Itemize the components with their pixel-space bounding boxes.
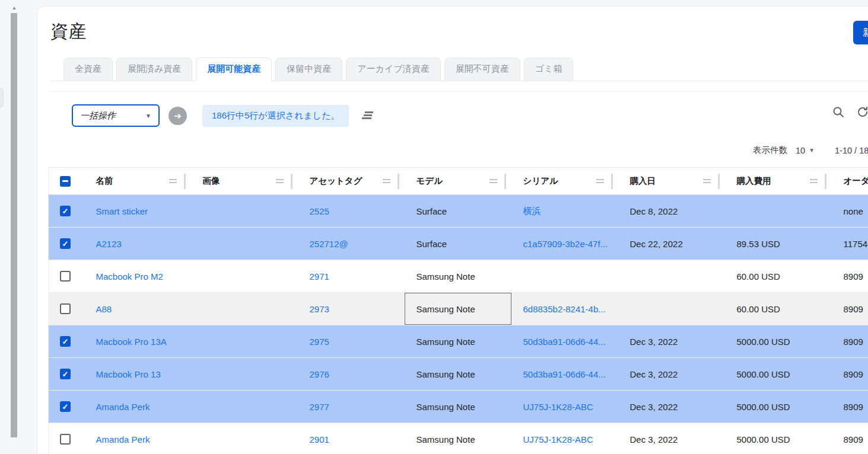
cell-name: Macbook Pro 13A xyxy=(84,325,191,358)
chevron-down-icon: ▼ xyxy=(145,113,151,119)
column-header-4[interactable]: シリアル xyxy=(511,168,618,195)
column-resize-divider[interactable] xyxy=(825,174,826,189)
status-tab-bar: 全資産展開済み資産展開可能資産保留中資産アーカイブ済資産展開不可資産ゴミ箱 xyxy=(50,57,868,81)
cell-model: Samsung Note xyxy=(405,293,511,325)
checkbox-cell: ✓ xyxy=(49,325,84,358)
row-checkbox[interactable] xyxy=(60,271,71,282)
name-link[interactable]: Amanda Perk xyxy=(96,402,150,412)
selection-message: 186行中5行が選択されました。 xyxy=(202,105,349,127)
column-header-7[interactable]: オーダー xyxy=(832,168,868,195)
tab-2[interactable]: 展開可能資産 xyxy=(196,57,272,81)
cell-model: Samsung Note xyxy=(405,423,511,454)
checkbox-cell: ✓ xyxy=(49,358,84,391)
tab-3[interactable]: 保留中資産 xyxy=(275,57,342,81)
column-resize-divider[interactable] xyxy=(291,174,292,189)
row-checkbox[interactable] xyxy=(60,434,71,445)
asset-tag-link[interactable]: 2975 xyxy=(310,337,329,347)
cell-purchase-date: Dec 8, 2022 xyxy=(618,195,725,228)
column-drag-handle-icon[interactable] xyxy=(383,179,390,184)
serial-link[interactable]: c1a57909-3b2e-47f... xyxy=(523,239,608,249)
scrollbar-up-arrow-icon[interactable]: ▲ xyxy=(10,4,18,12)
checkbox-cell xyxy=(49,293,84,325)
column-drag-handle-icon[interactable] xyxy=(276,179,284,184)
tab-5[interactable]: 展開不可資産 xyxy=(444,57,520,81)
name-link[interactable]: Macbook Pro 13A xyxy=(96,337,167,347)
table-row: A882973Samsung Note6d8835b2-8241-4b...60… xyxy=(49,293,868,325)
column-drag-handle-icon[interactable] xyxy=(489,179,497,184)
column-resize-divider[interactable] xyxy=(504,174,506,189)
table-row: Amanda Perk2901Samsung NoteUJ75J-1K28-AB… xyxy=(49,423,868,454)
row-checkbox[interactable]: ✓ xyxy=(60,336,71,347)
name-link[interactable]: Macbook Pro M2 xyxy=(96,271,163,282)
column-resize-divider[interactable] xyxy=(184,174,186,189)
name-link[interactable]: A88 xyxy=(96,304,112,314)
bulk-action-go-button[interactable]: ➔ xyxy=(168,107,187,125)
column-drag-handle-icon[interactable] xyxy=(703,179,711,184)
column-header-0[interactable]: 名前 xyxy=(84,168,191,195)
cell-serial: 50d3ba91-06d6-44... xyxy=(511,358,618,391)
serial-link[interactable]: 50d3ba91-06d6-44... xyxy=(523,369,606,379)
name-link[interactable]: Smart sticker xyxy=(96,206,148,216)
column-drag-handle-icon[interactable] xyxy=(596,179,604,184)
column-header-5[interactable]: 購入日 xyxy=(618,168,725,195)
row-checkbox[interactable]: ✓ xyxy=(60,238,71,249)
asset-tag-link[interactable]: 252712@ xyxy=(310,239,348,249)
row-checkbox[interactable] xyxy=(60,303,71,314)
column-header-2[interactable]: アセットタグ xyxy=(298,168,405,195)
filter-lines-icon[interactable] xyxy=(362,111,374,120)
tab-4[interactable]: アーカイブ済資産 xyxy=(346,57,440,81)
column-resize-divider[interactable] xyxy=(398,174,399,189)
asset-tag-link[interactable]: 2971 xyxy=(310,271,329,282)
per-page-value: 10 xyxy=(796,146,805,155)
row-checkbox[interactable]: ✓ xyxy=(60,401,71,412)
column-resize-divider[interactable] xyxy=(611,174,613,189)
column-header-1[interactable]: 画像 xyxy=(191,168,298,195)
asset-tag-link[interactable]: 2977 xyxy=(310,402,329,412)
row-checkbox[interactable]: ✓ xyxy=(60,206,71,216)
column-drag-handle-icon[interactable] xyxy=(169,179,177,184)
refresh-icon[interactable] xyxy=(856,105,868,121)
new-asset-button[interactable]: 新規作成 xyxy=(853,21,868,44)
table-row: ✓A2123252712@Surfacec1a57909-3b2e-47f...… xyxy=(49,228,868,260)
cell-purchase-cost: 5000.00 USD xyxy=(725,325,832,358)
asset-tag-link[interactable]: 2976 xyxy=(310,369,329,379)
row-checkbox[interactable]: ✓ xyxy=(60,369,71,379)
serial-link[interactable]: UJ75J-1K28-ABC xyxy=(523,402,593,412)
serial-link[interactable]: 6d8835b2-8241-4b... xyxy=(523,304,606,314)
column-header-3[interactable]: モデル xyxy=(405,168,511,195)
select-all-checkbox[interactable] xyxy=(60,176,71,187)
name-link[interactable]: Macbook Pro 13 xyxy=(96,369,161,379)
cell-purchase-cost: 60.00 USD xyxy=(725,293,832,325)
name-link[interactable]: Amanda Perk xyxy=(96,434,150,445)
tab-1[interactable]: 展開済み資産 xyxy=(116,57,192,81)
cell-name: A2123 xyxy=(84,228,191,260)
tab-0[interactable]: 全資産 xyxy=(63,57,113,81)
cell-purchase-cost: 89.53 USD xyxy=(725,228,832,260)
cell-model: Surface xyxy=(405,195,511,228)
serial-link[interactable]: 横浜 xyxy=(523,206,541,216)
column-drag-handle-icon[interactable] xyxy=(810,179,818,184)
search-icon[interactable] xyxy=(832,105,845,121)
cell-name: Amanda Perk xyxy=(84,391,191,423)
cell-serial: UJ75J-1K28-ABC xyxy=(511,423,618,454)
name-link[interactable]: A2123 xyxy=(96,239,122,249)
serial-link[interactable]: 50d3ba91-06d6-44... xyxy=(523,337,606,347)
table-row: ✓Macbook Pro 13A2975Samsung Note50d3ba91… xyxy=(49,325,868,358)
column-resize-divider[interactable] xyxy=(718,174,720,189)
serial-link[interactable]: UJ75J-1K28-ABC xyxy=(523,434,593,445)
column-header-6[interactable]: 購入費用 xyxy=(725,168,832,195)
per-page-dropdown[interactable]: 10 ▼ xyxy=(796,146,815,155)
chevron-down-icon: ▼ xyxy=(809,147,815,154)
vertical-scrollbar[interactable] xyxy=(11,13,17,437)
cell-name: Smart sticker xyxy=(84,195,191,228)
asset-tag-link[interactable]: 2525 xyxy=(310,206,329,216)
checkbox-cell: ✓ xyxy=(49,391,84,423)
asset-tag-link[interactable]: 2901 xyxy=(310,434,329,445)
cell-order-number: 8909 xyxy=(832,358,868,391)
cell-purchase-cost: 5000.00 USD xyxy=(725,391,832,423)
asset-tag-link[interactable]: 2973 xyxy=(310,304,329,314)
bulk-action-select[interactable]: 一括操作 ▼ xyxy=(72,104,160,127)
collapsed-panel-handle[interactable] xyxy=(0,88,4,108)
cell-purchase-cost xyxy=(725,195,832,228)
tab-6[interactable]: ゴミ箱 xyxy=(524,57,574,81)
